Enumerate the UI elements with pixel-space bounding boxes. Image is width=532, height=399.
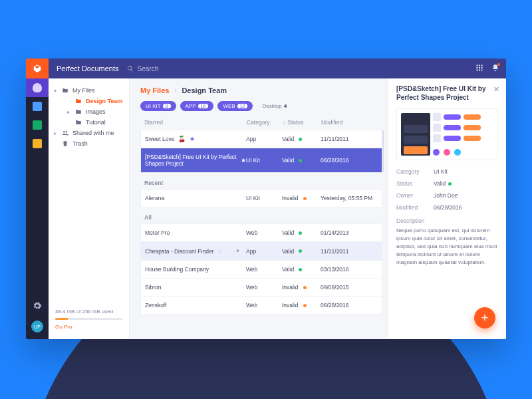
rail-item-cloud[interactable] [26, 78, 49, 97]
icon-rail: UP [26, 78, 49, 339]
notification-dot [497, 63, 500, 66]
filter-chip-web[interactable]: WEB 12 [217, 101, 253, 111]
rail-item-sheet[interactable] [26, 116, 49, 134]
col-modified[interactable]: Modified [321, 119, 378, 126]
filter-chip-app[interactable]: APP 16 [180, 101, 214, 111]
breadcrumb-root[interactable]: My Files [140, 86, 169, 94]
cursor-icon: ⌖ [236, 247, 239, 255]
chip-count: 16 [198, 104, 209, 108]
col-name[interactable]: Starred [144, 119, 247, 126]
row-status: Invalid [282, 195, 321, 201]
row-name: Zenskoff [145, 302, 166, 309]
row-modified: 06/28/2016 [321, 302, 378, 309]
tree-shared[interactable]: ▸ Shared with me [53, 128, 125, 138]
people-icon [62, 130, 68, 136]
sidebar: ▾ My Files Design Team ▸ Images [49, 78, 130, 339]
filter-chip-desktop[interactable]: Desktop 4 [257, 101, 292, 111]
kv-val: John Doe [434, 192, 458, 199]
emoji-icon: 🍒 [178, 136, 186, 142]
tree-design-team[interactable]: Design Team [66, 96, 125, 106]
row-category: Web [246, 284, 282, 291]
tree-label: Design Team [86, 98, 122, 104]
star-icon[interactable]: ☆ [217, 248, 223, 255]
star-icon[interactable]: ★ [190, 136, 195, 142]
tree-tutorial[interactable]: Tutorial [66, 117, 125, 128]
rail-item-slides[interactable] [26, 134, 49, 153]
row-modified: 11/11/2011 [321, 136, 378, 142]
storage-bar [55, 318, 122, 320]
table-row[interactable]: Cheapsta - Discount Finder ☆⌖AppValid11/… [141, 241, 382, 260]
fab-add[interactable]: + [474, 307, 495, 329]
tree-label: Tutorial [86, 119, 106, 126]
tree-trash[interactable]: Trash [53, 138, 125, 149]
section-all: All [140, 213, 382, 223]
tree-label: Images [86, 108, 106, 115]
table-row[interactable]: Motor Pro WebValid01/14/2013 [141, 224, 382, 241]
folder-icon [75, 119, 82, 126]
row-name: Cheapsta - Discount Finder [145, 248, 213, 255]
close-icon[interactable]: ✕ [493, 85, 499, 94]
recent-list: Alerana UI KitInvalidYesterday, 05:55 PM [140, 189, 382, 207]
notifications-icon[interactable] [491, 64, 499, 73]
row-modified: Yesterday, 05:55 PM [321, 195, 378, 201]
kv-key: Modified [396, 204, 434, 211]
description-text: Neque porro quisquam est, qui dolorem ip… [396, 227, 498, 267]
apps-icon[interactable] [475, 64, 483, 73]
row-modified: 06/28/2016 [321, 157, 378, 164]
row-modified: 11/11/2011 [321, 248, 378, 255]
table-row[interactable]: Sibron WebInvalid09/09/2015 [141, 278, 382, 296]
chip-label: UI KIT [146, 103, 161, 109]
breadcrumb-current: Design Team [182, 86, 227, 94]
row-category: UI Kit [246, 195, 282, 201]
chip-label: Desktop [262, 103, 281, 109]
user-avatar[interactable]: UP [31, 321, 43, 332]
row-status: Valid [282, 248, 321, 255]
chevron-right-icon: › [174, 87, 176, 94]
tree-label: Trash [72, 140, 88, 147]
table-row[interactable]: Zenskoff WebInvalid06/28/2016 [141, 296, 382, 314]
row-name: Sibron [145, 284, 162, 291]
breadcrumb: My Files › Design Team [140, 86, 382, 94]
go-pro-link[interactable]: Go Pro [55, 324, 72, 330]
brand-logo[interactable] [26, 59, 49, 78]
row-modified: 03/13/2016 [321, 266, 378, 273]
search-icon [127, 65, 134, 72]
details-thumbnail [396, 108, 498, 160]
col-status[interactable]: ↓ Status [283, 119, 321, 126]
row-status: Valid [282, 136, 321, 142]
tree-my-files[interactable]: ▾ My Files [53, 85, 125, 96]
filter-chips: UI KIT 8APP 16WEB 12Desktop 4 [140, 101, 382, 111]
gear-icon [33, 301, 42, 311]
table-row[interactable]: [PSD&Sketch] Free UI Kit by Perfect Shap… [141, 148, 382, 172]
tree-images[interactable]: ▸ Images [66, 106, 125, 117]
row-name: Sweet Love [145, 136, 174, 142]
search-box[interactable]: Search [127, 65, 506, 72]
filter-chip-ui-kit[interactable]: UI KIT 8 [140, 101, 176, 111]
rail-item-doc[interactable] [26, 97, 49, 116]
search-placeholder: Search [138, 65, 159, 72]
table-row[interactable]: Alerana UI KitInvalidYesterday, 05:55 PM [141, 190, 382, 207]
storage-panel: 48.4 GB of 256 GB used Go Pro [49, 302, 129, 339]
grid-header: Starred Category ↓ Status Modified [140, 116, 382, 130]
chip-count: 12 [237, 104, 248, 108]
star-icon[interactable]: ★ [241, 157, 246, 164]
trash-icon [62, 140, 68, 147]
kv-val: Valid [434, 180, 452, 187]
table-row[interactable]: House Building Company WebValid03/13/201… [141, 260, 382, 278]
chip-label: APP [186, 103, 196, 109]
row-category: Web [246, 302, 282, 309]
table-row[interactable]: Sweet Love 🍒 ★AppValid11/11/2011 [141, 130, 382, 148]
col-category[interactable]: Category [247, 119, 283, 126]
folder-icon [75, 98, 82, 104]
row-status: Invalid [282, 302, 321, 309]
all-list: Motor Pro WebValid01/14/2013Cheapsta - D… [140, 223, 382, 315]
row-category: Web [246, 266, 282, 273]
row-name: Motor Pro [145, 229, 170, 236]
content-area: My Files › Design Team UI KIT 8APP 16WEB… [130, 78, 388, 339]
chip-count: 8 [163, 104, 171, 108]
folder-icon [75, 108, 82, 115]
row-category: App [246, 248, 282, 255]
kv-key: Status [396, 180, 434, 187]
rail-settings[interactable] [26, 297, 49, 315]
row-category: UI Kit [246, 157, 282, 164]
